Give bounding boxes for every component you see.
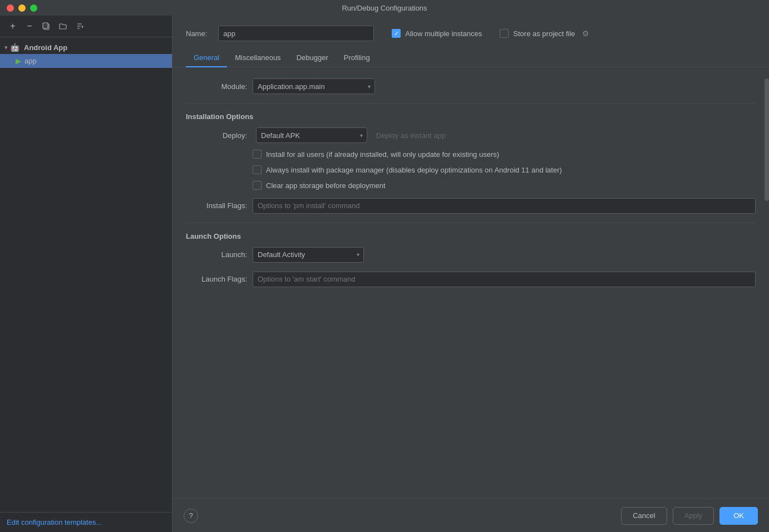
deploy-instant-label: Deploy as instant app (376, 131, 446, 140)
launch-label: Launch: (186, 250, 247, 259)
sidebar-footer: Edit configuration templates... (0, 512, 172, 532)
maximize-button[interactable] (30, 4, 37, 12)
help-button[interactable]: ? (184, 509, 198, 523)
launch-select-wrapper: Default Activity ▾ (253, 247, 364, 263)
close-button[interactable] (7, 4, 14, 12)
group-label: Android App (24, 43, 67, 52)
minimize-button[interactable] (18, 4, 26, 12)
deploy-label: Deploy: (186, 131, 247, 140)
allow-multiple-checkbox[interactable]: ✓ (392, 29, 401, 38)
install-all-users-row: Install for all users (if already instal… (186, 150, 756, 160)
name-label: Name: (186, 29, 207, 38)
traffic-lights (7, 4, 37, 12)
tab-miscellaneous[interactable]: Miscellaneous (227, 49, 288, 67)
apply-button[interactable]: Apply (673, 507, 714, 525)
installation-options-title: Installation Options (186, 112, 756, 121)
sort-config-button[interactable] (72, 20, 87, 32)
launch-row: Launch: Default Activity ▾ (186, 247, 756, 263)
allow-multiple-group: ✓ Allow multiple instances (392, 29, 482, 38)
tab-general[interactable]: General (186, 49, 227, 67)
store-project-checkbox[interactable] (500, 29, 509, 38)
scrollbar-thumb[interactable] (765, 78, 769, 201)
launch-flags-row: Launch Flags: (186, 272, 756, 287)
launch-select[interactable]: Default Activity (253, 247, 364, 263)
clear-storage-label: Clear app storage before deployment (266, 181, 386, 191)
name-input[interactable] (218, 26, 374, 41)
divider-2 (186, 223, 756, 223)
scrollbar-track (765, 67, 769, 499)
install-flags-row: Install Flags: (186, 198, 756, 214)
divider-1 (186, 103, 756, 104)
always-install-label: Always install with package manager (dis… (266, 165, 562, 175)
window-title: Run/Debug Configurations (342, 4, 427, 12)
install-all-users-label: Install for all users (if already instal… (266, 150, 499, 160)
chevron-down-icon: ▾ (4, 44, 8, 51)
store-project-group: Store as project file ⚙ (500, 29, 589, 38)
folder-icon (58, 22, 67, 31)
deploy-row: Deploy: Default APK ▾ Deploy as instant … (186, 127, 756, 143)
deploy-select-wrapper: Default APK ▾ (256, 127, 367, 143)
add-config-button[interactable]: + (6, 20, 20, 32)
launch-options-title: Launch Options (186, 232, 756, 240)
store-project-label: Store as project file (513, 29, 575, 38)
tab-debugger[interactable]: Debugger (289, 49, 336, 67)
allow-multiple-label: Allow multiple instances (405, 29, 482, 38)
module-select-wrapper: Application.app.main ▾ (253, 78, 375, 94)
content-header: Name: ✓ Allow multiple instances Store a… (172, 16, 769, 49)
tab-profiling[interactable]: Profiling (336, 49, 378, 67)
sidebar-item-app[interactable]: ▶ app (0, 54, 172, 68)
android-icon: 🤖 (10, 43, 19, 52)
install-all-users-checkbox[interactable] (253, 150, 262, 159)
remove-config-button[interactable]: − (22, 20, 37, 32)
gear-icon[interactable]: ⚙ (582, 29, 589, 38)
launch-flags-label: Launch Flags: (186, 275, 247, 283)
sidebar: + − (0, 16, 172, 532)
copy-config-button[interactable] (39, 20, 53, 32)
tabs-bar: General Miscellaneous Debugger Profiling (172, 49, 769, 67)
bottom-bar: ? Cancel Apply OK (172, 499, 769, 532)
main-container: + − (0, 16, 769, 532)
android-app-group: ▾ 🤖 Android App ▶ app (0, 40, 172, 69)
copy-icon (42, 22, 51, 31)
always-install-checkbox[interactable] (253, 165, 262, 174)
folder-config-button[interactable] (56, 20, 70, 32)
clear-storage-row: Clear app storage before deployment (186, 181, 756, 191)
sidebar-toolbar: + − (0, 16, 172, 37)
module-label: Module: (186, 82, 247, 91)
android-app-group-header[interactable]: ▾ 🤖 Android App (0, 41, 172, 54)
install-flags-input[interactable] (253, 198, 756, 214)
edit-templates-link[interactable]: Edit configuration templates... (7, 518, 102, 526)
form-content: Module: Application.app.main ▾ Installat… (172, 67, 769, 499)
content-area: Name: ✓ Allow multiple instances Store a… (172, 16, 769, 532)
module-select[interactable]: Application.app.main (253, 78, 375, 94)
title-bar: Run/Debug Configurations (0, 0, 769, 16)
install-flags-label: Install Flags: (186, 201, 247, 210)
app-run-icon: ▶ (16, 57, 21, 65)
clear-storage-checkbox[interactable] (253, 181, 262, 190)
module-row: Module: Application.app.main ▾ (186, 78, 756, 94)
always-install-row: Always install with package manager (dis… (186, 165, 756, 175)
sort-icon (75, 22, 84, 31)
launch-flags-input[interactable] (253, 272, 756, 287)
svg-rect-1 (43, 23, 48, 28)
app-item-label: app (24, 57, 37, 65)
deploy-select[interactable]: Default APK (256, 127, 367, 143)
ok-button[interactable]: OK (719, 507, 758, 525)
sidebar-content: ▾ 🤖 Android App ▶ app (0, 37, 172, 512)
bottom-buttons: Cancel Apply OK (621, 507, 758, 525)
cancel-button[interactable]: Cancel (621, 507, 667, 525)
